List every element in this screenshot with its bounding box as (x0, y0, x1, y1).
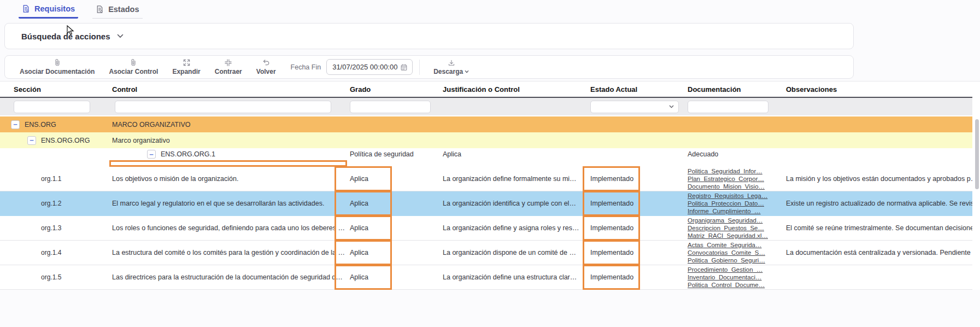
estado-value: Implementado (585, 241, 682, 265)
grado-value: Aplica (344, 216, 437, 240)
fecha-fin-input[interactable]: 31/07/2025 00:00:00 (326, 59, 413, 75)
control-text: Las directrices para la estructuración d… (107, 265, 344, 289)
documentacion-links: Politica_Seguridad_Infor… Plan_Estrategi… (682, 167, 781, 191)
control-filter-input[interactable] (115, 101, 331, 113)
tab-estados[interactable]: Estados (92, 4, 142, 19)
grado-value: Aplica (344, 265, 437, 289)
documentacion-links: Organigrama_Seguridad… Descripcion_Puest… (682, 216, 781, 240)
control-text: Los objetivos o misión de la organizació… (107, 167, 344, 191)
justificacion-text: La organización dispone de un comité de … (437, 241, 585, 265)
table-row-org-1-4[interactable]: org.1.4 La estructura del comité o los c… (0, 241, 972, 265)
toolbar-divider (419, 60, 420, 75)
table-row-org-1-2[interactable]: org.1.2 El marco legal y regulatorio en … (0, 191, 972, 216)
observaciones-text: La documentación está centralizada y ver… (781, 241, 972, 265)
document-link[interactable]: Politica_Proteccion_Dato… (688, 200, 764, 207)
document-icon (96, 5, 104, 14)
volver-button[interactable]: Volver (249, 59, 283, 75)
column-header-estado[interactable]: Estado Actual (585, 81, 682, 97)
estado-value: Implementado (585, 265, 682, 289)
section-title: MARCO ORGANIZATIVO (107, 116, 344, 132)
document-link[interactable]: Inventario_Documentaci… (688, 274, 762, 281)
observaciones-text: El comité se reúne trimestralmente. Se d… (781, 216, 972, 240)
documentacion-links: Procedimiento_Gestion_… Inventario_Docum… (682, 265, 781, 289)
document-link[interactable]: Actas_Comite_Segurida… (688, 242, 762, 249)
control-text: La estructura del comité o los comités p… (107, 241, 344, 265)
document-link[interactable]: Politica_Seguridad_Infor… (688, 168, 762, 175)
justificacion-text: La organización define y asigna roles y … (437, 216, 585, 240)
undo-arrow-icon (262, 59, 270, 67)
tab-label: Requisitos (34, 4, 75, 13)
document-link[interactable]: Politica_Control_Docume… (688, 282, 765, 289)
asociar-documentacion-button[interactable]: Asociar Documentación (13, 59, 102, 75)
section-code: ENS.ORG.ORG (41, 137, 90, 144)
column-header-control[interactable]: Control (107, 81, 344, 97)
section-title: Política de seguridad (344, 148, 437, 160)
collapse-node-icon[interactable]: − (27, 136, 36, 145)
estado-value: Implementado (585, 167, 682, 191)
toolbar: Asociar Documentación Asociar Control Ex… (4, 55, 854, 79)
justificacion-text: La organización define formalmente su mi… (437, 167, 585, 191)
button-label: Descarga (433, 68, 463, 75)
estado-filter-select[interactable] (590, 101, 679, 113)
collapse-arrows-icon (224, 59, 232, 67)
document-link[interactable]: Registro_Requisitos_Lega… (688, 192, 767, 200)
document-link[interactable]: Convocatorias_Comite_S… (688, 249, 765, 256)
table-row-org-1-1[interactable]: org.1.1 Los objetivos o misión de la org… (0, 167, 972, 191)
document-link[interactable]: Plan_Estrategico_Corpor… (688, 176, 764, 183)
calendar-icon (400, 63, 408, 71)
observaciones-text (781, 265, 972, 289)
column-header-justificacion[interactable]: Justificación o Control (437, 81, 585, 97)
button-label: Volver (256, 68, 276, 75)
document-link[interactable]: Politica_Gobierno_Seguri… (688, 257, 765, 264)
collapse-node-icon[interactable]: − (11, 120, 20, 129)
group-row-ens-org[interactable]: − ENS.ORG MARCO ORGANIZATIVO (0, 116, 972, 132)
button-label: Contraer (215, 68, 242, 75)
contraer-button[interactable]: Contraer (208, 59, 249, 75)
column-header-documentacion[interactable]: Documentación (682, 81, 781, 97)
table-row-org-1-3[interactable]: org.1.3 Los roles o funciones de segurid… (0, 216, 972, 241)
tab-requisitos[interactable]: Requisitos (19, 4, 78, 19)
expandir-button[interactable]: Expandir (165, 59, 207, 75)
document-link[interactable]: Documento_Mision_Visio… (688, 183, 765, 190)
grado-filter-input[interactable] (350, 101, 431, 113)
column-header-seccion[interactable]: Sección (0, 81, 107, 97)
requirements-grid: Sección Control Grado Justificación o Co… (0, 81, 980, 290)
grado-value: Aplica (344, 167, 437, 191)
document-link[interactable]: Informe_Cumplimiento_… (688, 208, 761, 215)
documentacion-links: Registro_Requisitos_Lega… Politica_Prote… (682, 191, 781, 215)
seccion-filter-input[interactable] (14, 101, 90, 113)
grado-value: Aplica (437, 148, 585, 160)
asociar-control-button[interactable]: Asociar Control (102, 59, 165, 75)
section-code: org.1.2 (0, 191, 107, 215)
estado-value: Implementado (585, 191, 682, 215)
tab-bar: Requisitos Estados (0, 0, 980, 19)
section-code: ENS.ORG (25, 121, 56, 129)
search-actions-panel[interactable]: Búsqueda de acciones (4, 23, 854, 49)
grid-filter-row (0, 98, 972, 116)
tab-label: Estados (108, 5, 139, 14)
documentacion-filter-input[interactable] (688, 101, 768, 113)
descarga-button[interactable]: Descarga (426, 59, 476, 75)
expand-arrows-icon (183, 59, 191, 67)
document-link[interactable]: Procedimiento_Gestion_… (688, 266, 762, 273)
document-link[interactable]: Descripcion_Puestos_Se… (688, 225, 764, 232)
table-row-org-1-5[interactable]: org.1.5 Las directrices para la estructu… (0, 265, 972, 290)
collapse-node-icon[interactable]: − (147, 150, 156, 159)
column-header-observaciones[interactable]: Observaciones (781, 81, 972, 97)
estado-value: Implementado (585, 216, 682, 240)
chevron-down-icon (117, 34, 124, 38)
section-title: Marco organizativo (107, 132, 344, 148)
column-header-grado[interactable]: Grado (344, 81, 437, 97)
button-label: Asociar Control (109, 68, 158, 75)
justificacion-text: La organización identifica y cumple con … (437, 191, 585, 215)
grid-header-row: Sección Control Grado Justificación o Co… (0, 81, 972, 98)
group-row-ens-org-org-1[interactable]: − ENS.ORG.ORG.1 Política de seguridad Ap… (0, 148, 972, 167)
control-text: El marco legal y regulatorio en el que s… (107, 191, 344, 215)
group-row-ens-org-org[interactable]: − ENS.ORG.ORG Marco organizativo (0, 132, 972, 148)
grado-value: Aplica (344, 191, 437, 215)
paperclip-icon (54, 59, 61, 67)
vertical-scrollbar[interactable] (975, 119, 979, 189)
document-link[interactable]: Matriz_RACI_Seguridad.xl… (688, 232, 768, 240)
download-icon (448, 59, 455, 67)
document-link[interactable]: Organigrama_Seguridad… (688, 217, 762, 224)
